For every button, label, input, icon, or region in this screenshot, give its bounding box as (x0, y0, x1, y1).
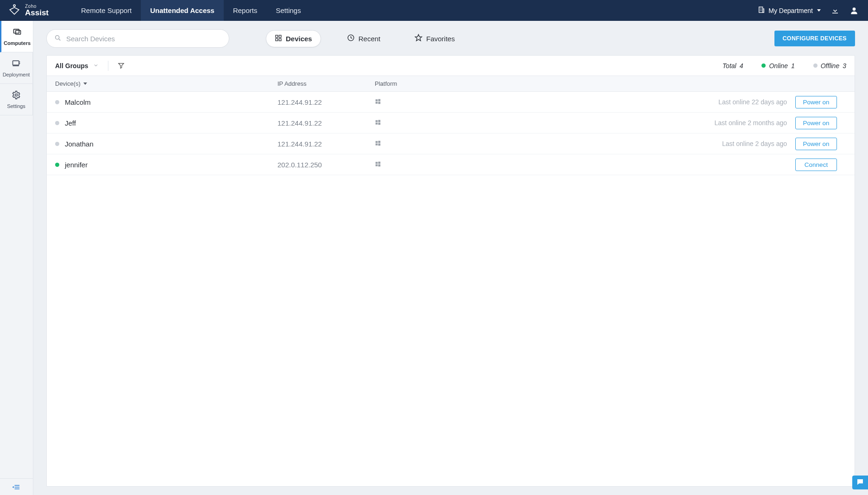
svg-rect-11 (16, 30, 21, 34)
svg-rect-43 (376, 164, 378, 166)
table-body: Malcolm121.244.91.22Last online 22 days … (47, 92, 855, 486)
svg-rect-42 (378, 161, 381, 164)
svg-rect-23 (279, 35, 281, 38)
svg-marker-27 (415, 34, 422, 40)
col-header-platform[interactable]: Platform (375, 80, 463, 87)
stat-offline: Offline 3 (813, 62, 846, 70)
svg-line-21 (59, 39, 60, 40)
caret-down-icon (817, 9, 821, 12)
table-row[interactable]: Jeff121.244.91.22Last online 2 months ag… (47, 113, 855, 133)
svg-rect-12 (13, 61, 19, 65)
rail-settings[interactable]: Settings (0, 84, 33, 115)
online-dot-icon (761, 63, 766, 68)
power-on-button[interactable]: Power on (795, 138, 837, 150)
svg-point-20 (56, 35, 59, 39)
side-rail: Computers Deployment Settings (0, 21, 33, 495)
rail-collapse[interactable] (0, 478, 33, 495)
device-name: Jonathan (65, 140, 94, 148)
svg-rect-29 (376, 99, 378, 101)
svg-rect-38 (378, 140, 381, 143)
nav-remote-support[interactable]: Remote Support (72, 0, 141, 21)
download-icon[interactable] (831, 6, 839, 15)
top-nav: Remote Support Unattended Access Reports… (72, 0, 310, 21)
deployment-icon (12, 59, 21, 69)
group-selector[interactable]: All Groups (55, 62, 99, 70)
table-row[interactable]: Jonathan121.244.91.22Last online 2 days … (47, 133, 855, 154)
table-row[interactable]: jennifer202.0.112.250Connect (47, 154, 855, 175)
svg-rect-44 (378, 164, 381, 166)
search-input[interactable] (66, 35, 221, 43)
star-icon (415, 34, 422, 43)
device-ip: 121.244.91.22 (277, 98, 375, 106)
seg-devices-label: Devices (286, 35, 312, 43)
connect-button[interactable]: Connect (795, 159, 837, 171)
device-name: Jeff (65, 119, 76, 127)
stat-total-value: 4 (740, 62, 743, 70)
status-dot-icon (55, 100, 59, 104)
stat-total: Total 4 (723, 62, 743, 70)
seg-recent[interactable]: Recent (339, 30, 389, 47)
windows-icon (375, 119, 381, 127)
svg-point-0 (13, 5, 15, 6)
svg-rect-35 (376, 122, 378, 124)
search-icon (54, 34, 62, 43)
offline-dot-icon (813, 63, 818, 68)
device-last-online: Last online 2 days ago (463, 140, 795, 147)
windows-icon (375, 140, 381, 148)
topbar: Zoho Assist Remote Support Unattended Ac… (0, 0, 868, 21)
device-name: Malcolm (65, 98, 91, 106)
nav-reports[interactable]: Reports (224, 0, 267, 21)
stat-total-label: Total (723, 62, 736, 70)
stat-offline-label: Offline (821, 62, 839, 70)
nav-unattended-access[interactable]: Unattended Access (141, 0, 224, 21)
svg-marker-28 (118, 63, 123, 69)
svg-rect-24 (276, 38, 278, 41)
power-on-button[interactable]: Power on (795, 117, 837, 129)
svg-rect-1 (759, 7, 763, 13)
seg-favorites[interactable]: Favorites (406, 30, 463, 47)
brand: Zoho Assist (8, 4, 49, 17)
svg-rect-41 (376, 162, 378, 164)
stat-online: Online 1 (761, 62, 794, 70)
svg-rect-34 (378, 120, 381, 122)
svg-rect-2 (763, 9, 764, 13)
rail-deployment[interactable]: Deployment (0, 52, 33, 84)
seg-devices[interactable]: Devices (266, 30, 321, 47)
department-menu[interactable]: My Department (758, 6, 821, 15)
search-box[interactable] (46, 29, 229, 48)
windows-icon (375, 161, 381, 169)
configure-devices-button[interactable]: CONFIGURE DEVICES (774, 31, 855, 46)
col-header-device[interactable]: Device(s) (55, 80, 277, 87)
col-header-ip[interactable]: IP Address (277, 80, 375, 87)
seg-recent-label: Recent (359, 35, 381, 43)
nav-settings[interactable]: Settings (266, 0, 310, 21)
sort-desc-icon (83, 82, 87, 85)
status-dot-icon (55, 142, 59, 146)
grid-icon (275, 34, 282, 43)
svg-rect-25 (279, 38, 281, 41)
department-label: My Department (768, 7, 813, 14)
table-row[interactable]: Malcolm121.244.91.22Last online 22 days … (47, 92, 855, 113)
svg-rect-30 (378, 99, 381, 101)
filter-icon[interactable] (118, 62, 125, 69)
chat-fab[interactable] (852, 476, 868, 489)
svg-rect-32 (378, 102, 381, 104)
svg-rect-33 (376, 120, 378, 122)
svg-point-9 (853, 7, 856, 11)
user-icon[interactable] (849, 6, 859, 15)
status-dot-icon (55, 163, 59, 167)
view-segment: Devices Recent Favorites (266, 30, 463, 47)
power-on-button[interactable]: Power on (795, 96, 837, 108)
stat-online-label: Online (769, 62, 787, 70)
svg-rect-39 (376, 143, 378, 145)
stat-offline-value: 3 (843, 62, 846, 70)
chat-icon (856, 478, 864, 488)
computers-icon (13, 27, 22, 38)
device-ip: 202.0.112.250 (277, 161, 375, 169)
rail-computers-label: Computers (4, 40, 31, 46)
rail-computers[interactable]: Computers (0, 21, 33, 52)
device-last-online: Last online 22 days ago (463, 98, 795, 106)
svg-rect-31 (376, 102, 378, 103)
svg-rect-37 (376, 141, 378, 143)
group-selector-label: All Groups (55, 62, 88, 70)
